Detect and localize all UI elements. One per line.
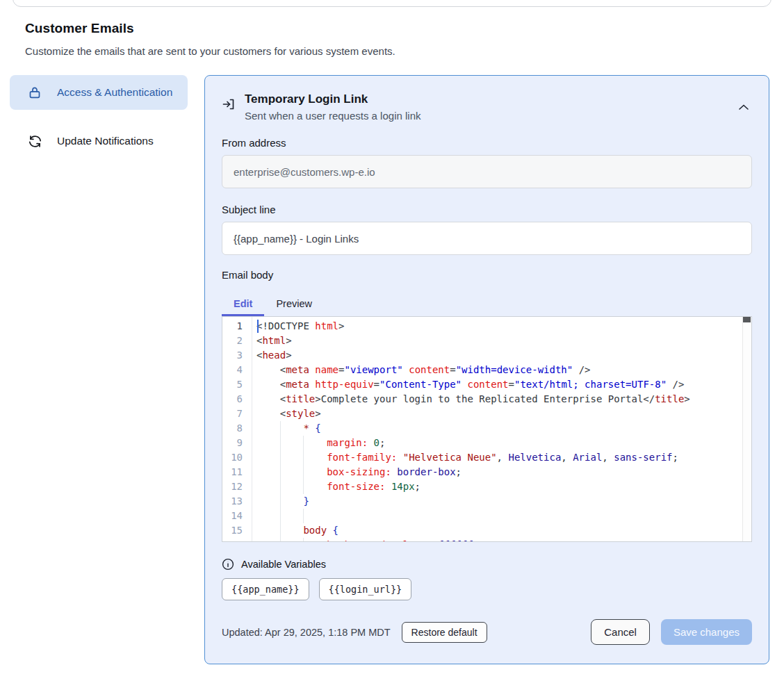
panel-header: Temporary Login Link Sent when a user re… bbox=[222, 92, 752, 122]
indent-guide bbox=[256, 363, 280, 377]
from-address-input[interactable] bbox=[222, 155, 752, 188]
line-number: 13 bbox=[222, 494, 252, 509]
code-line: 1<!DOCTYPE html> bbox=[222, 319, 751, 334]
line-number: 12 bbox=[222, 479, 252, 494]
code-line: 8 * { bbox=[222, 421, 751, 436]
available-variables-label: Available Variables bbox=[241, 559, 326, 570]
collapse-button[interactable] bbox=[735, 99, 752, 115]
indent-guide bbox=[256, 479, 280, 494]
line-number: 4 bbox=[222, 363, 252, 377]
subject-line-input[interactable] bbox=[222, 222, 752, 255]
code-line: 14 bbox=[222, 509, 751, 523]
indent-guide bbox=[303, 479, 327, 494]
code-line: 12 font-size: 14px; bbox=[222, 479, 751, 494]
login-icon bbox=[222, 97, 236, 111]
line-number: 3 bbox=[222, 348, 252, 363]
variable-chip-app-name[interactable]: {{app_name}} bbox=[222, 578, 309, 600]
indent-guide bbox=[256, 509, 280, 523]
save-changes-button[interactable]: Save changes bbox=[661, 619, 752, 645]
updated-timestamp: Updated: Apr 29, 2025, 1:18 PM MDT bbox=[222, 627, 391, 638]
code-line: 10 font-family: "Helvetica Neue", Helvet… bbox=[222, 450, 751, 465]
indent-guide bbox=[280, 479, 304, 494]
scrollbar-thumb[interactable] bbox=[743, 317, 751, 322]
code-line: 7 <style> bbox=[222, 407, 751, 421]
indent-guide bbox=[256, 494, 280, 509]
previous-card-bottom-edge bbox=[13, 0, 771, 7]
sidebar-item-label: Update Notifications bbox=[57, 133, 154, 149]
code-lines: 1<!DOCTYPE html>2<html>3<head>4 <meta na… bbox=[222, 317, 751, 542]
code-line: 6 <title>Complete your login to the Repl… bbox=[222, 392, 751, 407]
cancel-button[interactable]: Cancel bbox=[591, 619, 650, 645]
code-line: 16 background-color: #ffffff; bbox=[222, 538, 751, 542]
code-editor[interactable]: 1<!DOCTYPE html>2<html>3<head>4 <meta na… bbox=[222, 316, 752, 542]
indent-guide bbox=[256, 436, 280, 450]
indent-guide bbox=[256, 450, 280, 465]
email-body-label: Email body bbox=[222, 269, 752, 281]
page-subtitle: Customize the emails that are sent to yo… bbox=[25, 45, 759, 57]
panel-subtitle: Sent when a user requests a login link bbox=[245, 110, 420, 122]
panel-footer: Updated: Apr 29, 2025, 1:18 PM MDT Resto… bbox=[222, 619, 752, 645]
indent-guide bbox=[256, 421, 280, 436]
code-line: 5 <meta http-equiv="Content-Type" conten… bbox=[222, 377, 751, 392]
line-number: 15 bbox=[222, 523, 252, 538]
indent-guide bbox=[303, 436, 327, 450]
line-number: 9 bbox=[222, 436, 252, 450]
indent-guide bbox=[303, 538, 327, 542]
subject-line-label: Subject line bbox=[222, 204, 752, 215]
email-settings-panel: Temporary Login Link Sent when a user re… bbox=[204, 75, 769, 664]
restore-default-button[interactable]: Restore default bbox=[402, 622, 487, 643]
panel-header-text: Temporary Login Link Sent when a user re… bbox=[245, 92, 420, 122]
chevron-up-icon bbox=[738, 102, 749, 113]
code-line: 15 body { bbox=[222, 523, 751, 538]
line-number: 6 bbox=[222, 392, 252, 407]
line-number: 1 bbox=[222, 319, 252, 334]
sidebar-item-label: Access & Authentication bbox=[57, 84, 172, 101]
from-address-label: From address bbox=[222, 137, 752, 149]
code-line: 13 } bbox=[222, 494, 751, 509]
indent-guide bbox=[256, 392, 280, 407]
line-number: 11 bbox=[222, 465, 252, 479]
page-header: Customer Emails Customize the emails tha… bbox=[25, 21, 759, 57]
page-title: Customer Emails bbox=[25, 21, 759, 36]
line-number: 14 bbox=[222, 509, 252, 523]
indent-guide bbox=[256, 407, 280, 421]
content-area: Access & Authentication Update Notificat… bbox=[10, 75, 769, 664]
sidebar-item-update-notifications[interactable]: Update Notifications bbox=[10, 124, 188, 158]
indent-guide bbox=[256, 465, 280, 479]
indent-guide bbox=[280, 538, 304, 542]
indent-guide bbox=[303, 509, 327, 523]
tab-edit[interactable]: Edit bbox=[222, 292, 264, 316]
text-cursor bbox=[257, 320, 259, 333]
code-line: 9 margin: 0; bbox=[222, 436, 751, 450]
line-number: 7 bbox=[222, 407, 252, 421]
variable-chips: {{app_name}} {{login_url}} bbox=[222, 578, 752, 600]
editor-tabs: Edit Preview bbox=[222, 292, 752, 316]
available-variables-row: Available Variables bbox=[222, 558, 752, 571]
indent-guide bbox=[280, 494, 304, 509]
info-icon bbox=[222, 558, 234, 571]
sidebar-item-access-authentication[interactable]: Access & Authentication bbox=[10, 75, 188, 110]
indent-guide bbox=[303, 450, 327, 465]
indent-guide bbox=[256, 523, 280, 538]
line-number: 2 bbox=[222, 334, 252, 348]
indent-guide bbox=[280, 450, 304, 465]
variable-chip-login-url[interactable]: {{login_url}} bbox=[319, 578, 412, 600]
gutter-separator bbox=[252, 317, 252, 541]
lock-icon bbox=[26, 84, 43, 101]
refresh-icon bbox=[26, 133, 43, 149]
code-line: 4 <meta name="viewport" content="width=d… bbox=[222, 363, 751, 377]
line-number: 8 bbox=[222, 421, 252, 436]
tab-preview[interactable]: Preview bbox=[264, 292, 324, 316]
sidebar: Access & Authentication Update Notificat… bbox=[10, 75, 188, 158]
code-line: 11 box-sizing: border-box; bbox=[222, 465, 751, 479]
indent-guide bbox=[280, 436, 304, 450]
line-number: 5 bbox=[222, 377, 252, 392]
code-line: 3<head> bbox=[222, 348, 751, 363]
panel-title: Temporary Login Link bbox=[245, 92, 420, 106]
indent-guide bbox=[280, 465, 304, 479]
editor-scrollbar[interactable] bbox=[742, 317, 751, 541]
indent-guide bbox=[256, 377, 280, 392]
line-number: 16 bbox=[222, 538, 252, 542]
code-line: 2<html> bbox=[222, 334, 751, 348]
indent-guide bbox=[280, 509, 304, 523]
